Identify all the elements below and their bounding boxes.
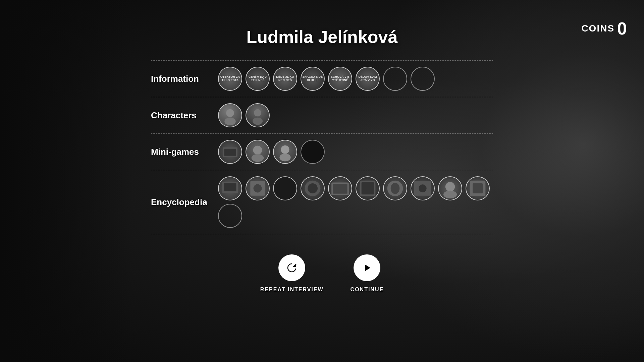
svg-marker-28 bbox=[365, 264, 370, 271]
encyclopedia-label: Encyclopedia bbox=[151, 197, 218, 207]
svg-rect-5 bbox=[224, 149, 236, 156]
enc-circle-8[interactable] bbox=[411, 176, 435, 200]
coins-display: COINS 0 bbox=[581, 20, 627, 37]
information-row: Information OTEKTOR ZATKLO ESTA ČENÍ M D… bbox=[151, 60, 493, 97]
enc-circle-10[interactable] bbox=[466, 176, 490, 200]
page-title: Ludmila Jelínková bbox=[247, 27, 398, 47]
sections-container: Information OTEKTOR ZATKLO ESTA ČENÍ M D… bbox=[151, 60, 493, 234]
svg-point-21 bbox=[391, 183, 400, 194]
enc-circle-2[interactable] bbox=[246, 176, 270, 200]
svg-point-23 bbox=[419, 184, 426, 192]
continue-button[interactable] bbox=[354, 254, 380, 281]
mini-circle-4[interactable] bbox=[301, 140, 325, 164]
svg-point-15 bbox=[308, 183, 318, 193]
characters-row: Characters bbox=[151, 97, 493, 133]
enc-circle-7[interactable] bbox=[383, 176, 407, 200]
svg-rect-11 bbox=[224, 183, 236, 191]
svg-point-13 bbox=[254, 184, 262, 193]
svg-point-1 bbox=[224, 118, 235, 125]
info-circle-7[interactable] bbox=[383, 67, 407, 91]
encyclopedia-row: Encyclopedia bbox=[151, 170, 493, 234]
minigames-circles bbox=[218, 140, 325, 164]
coins-label: COINS bbox=[581, 23, 614, 34]
main-content: Ludmila Jelínková Information OTEKTOR ZA… bbox=[0, 0, 644, 362]
svg-point-8 bbox=[281, 145, 289, 154]
svg-rect-19 bbox=[362, 182, 374, 195]
enc-circle-6[interactable] bbox=[356, 176, 380, 200]
play-icon bbox=[361, 262, 373, 274]
svg-point-3 bbox=[253, 118, 263, 125]
svg-point-9 bbox=[279, 154, 290, 161]
characters-label: Characters bbox=[151, 110, 218, 121]
char-circle-1[interactable] bbox=[218, 103, 242, 127]
svg-point-25 bbox=[443, 191, 457, 198]
enc-circle-3[interactable] bbox=[273, 176, 297, 200]
repeat-interview-label: REPEAT INTERVIEW bbox=[260, 287, 324, 293]
characters-circles bbox=[218, 103, 270, 127]
svg-point-0 bbox=[226, 109, 234, 117]
mini-circle-2[interactable] bbox=[246, 140, 270, 164]
mini-circle-1[interactable] bbox=[218, 140, 242, 164]
svg-rect-17 bbox=[333, 184, 347, 194]
information-label: Information bbox=[151, 74, 218, 84]
repeat-icon bbox=[286, 262, 298, 274]
encyclopedia-circles bbox=[218, 176, 493, 228]
info-circle-1[interactable]: OTEKTOR ZATKLO ESTA bbox=[218, 67, 242, 91]
minigames-row: Mini-games bbox=[151, 133, 493, 170]
info-circle-3[interactable]: DĚDY JL KONEC NEŠ bbox=[273, 67, 297, 91]
enc-circle-5[interactable] bbox=[328, 176, 352, 200]
coins-value: 0 bbox=[617, 20, 627, 37]
mini-circle-3[interactable] bbox=[273, 140, 297, 164]
enc-circle-4[interactable] bbox=[301, 176, 325, 200]
svg-rect-27 bbox=[473, 183, 483, 193]
char-circle-2[interactable] bbox=[246, 103, 270, 127]
svg-point-6 bbox=[253, 146, 262, 155]
repeat-interview-container[interactable]: REPEAT INTERVIEW bbox=[260, 254, 324, 293]
info-circle-2[interactable]: ČENÍ M DA JET P NEŠ bbox=[246, 67, 270, 91]
info-circle-5[interactable]: SCHOVÁ V BYTĚ OTINĚ bbox=[328, 67, 352, 91]
bottom-buttons: REPEAT INTERVIEW CONTINUE bbox=[260, 254, 384, 293]
continue-label: CONTINUE bbox=[351, 287, 384, 293]
information-circles: OTEKTOR ZATKLO ESTA ČENÍ M DA JET P NEŠ … bbox=[218, 67, 435, 91]
info-circle-4[interactable]: ZNAČUJ E DĚDI HL LI bbox=[301, 67, 325, 91]
enc-circle-9[interactable] bbox=[438, 176, 462, 200]
enc-circle-1[interactable] bbox=[218, 176, 242, 200]
svg-point-24 bbox=[445, 182, 455, 191]
continue-container[interactable]: CONTINUE bbox=[351, 254, 384, 293]
minigames-label: Mini-games bbox=[151, 147, 218, 157]
info-circle-6[interactable]: DĚDOV KAMARÁ V YO bbox=[356, 67, 380, 91]
info-circle-8[interactable] bbox=[411, 67, 435, 91]
repeat-interview-button[interactable] bbox=[278, 254, 305, 281]
svg-point-7 bbox=[252, 154, 264, 162]
svg-point-2 bbox=[254, 109, 261, 117]
enc-circle-11[interactable] bbox=[218, 204, 242, 228]
